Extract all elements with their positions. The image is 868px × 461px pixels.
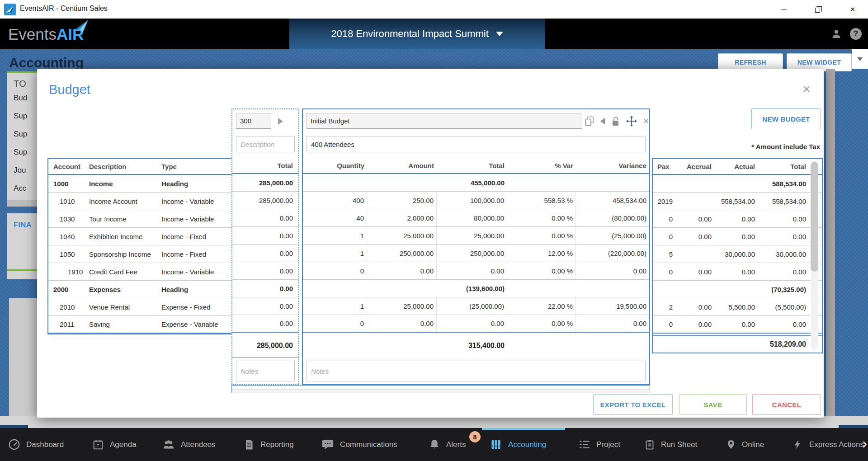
cell-mtotal[interactable]: (25,000.00): [437, 297, 507, 315]
cell-actual[interactable]: 5,500.00: [713, 298, 757, 315]
modal-close-button[interactable]: ✕: [802, 83, 811, 96]
cell-account[interactable]: 2000: [48, 281, 87, 298]
cell-accrual[interactable]: 0.00: [675, 298, 713, 315]
cell-var_pct[interactable]: 558.53 %: [507, 192, 576, 209]
cell-qty[interactable]: 1: [303, 297, 367, 315]
cell-actual[interactable]: [713, 281, 757, 298]
nav-item-project[interactable]: Project: [579, 428, 620, 461]
cell-var_pct[interactable]: 22.00 %: [507, 297, 576, 315]
nav-item-dashboard[interactable]: Dashboard: [8, 428, 64, 461]
cell-type[interactable]: Heading: [154, 175, 231, 192]
cell-variance[interactable]: (80,000.00): [576, 209, 649, 226]
cell-pax[interactable]: 2019: [653, 193, 675, 210]
cell-description[interactable]: Sponsorship Income: [87, 245, 154, 263]
cell-type[interactable]: Heading: [154, 281, 231, 298]
cell-description[interactable]: Expenses: [87, 281, 154, 298]
cell-type[interactable]: Expense - Variable: [154, 316, 231, 333]
page-vertical-scrollbar[interactable]: [826, 69, 835, 425]
new-budget-button[interactable]: NEW BUDGET: [751, 108, 821, 129]
back-arrow-icon[interactable]: [600, 118, 605, 125]
cell-total[interactable]: 0.00: [232, 297, 298, 315]
cell-var_pct[interactable]: [507, 174, 576, 191]
notes-input-main[interactable]: [307, 361, 646, 381]
cell-amount[interactable]: [367, 280, 437, 297]
description-input[interactable]: [236, 136, 295, 152]
cell-qty[interactable]: 0: [303, 262, 367, 279]
cell-actual[interactable]: 0.00: [713, 228, 757, 245]
cell-amount[interactable]: 250,000.00: [367, 245, 437, 262]
cell-mtotal[interactable]: 25,000.00: [437, 227, 507, 244]
help-icon[interactable]: ?: [850, 28, 862, 40]
cell-actual[interactable]: 30,000.00: [713, 245, 757, 263]
cell-actual[interactable]: 558,534.00: [713, 193, 757, 210]
new-widget-dropdown[interactable]: [852, 49, 868, 69]
cell-var_pct[interactable]: 0.00 %: [507, 262, 576, 279]
cell-total[interactable]: 0.00: [232, 315, 298, 332]
cell-accrual[interactable]: [675, 281, 713, 298]
cell-variance[interactable]: (25,000.00): [576, 227, 649, 244]
cell-amount[interactable]: 25,000.00: [367, 297, 437, 315]
cell-accrual[interactable]: 0.00: [675, 316, 713, 333]
window-close-button[interactable]: ✕: [840, 0, 866, 19]
cell-mtotal[interactable]: 250,000.00: [437, 245, 507, 262]
save-button[interactable]: SAVE: [679, 394, 747, 415]
cell-account[interactable]: 1910: [48, 263, 87, 280]
cell-variance[interactable]: 19,500.00: [576, 297, 649, 315]
budget-horizontal-scrollbar[interactable]: [231, 385, 650, 393]
cell-qty[interactable]: 1: [303, 227, 367, 244]
page-horizontal-scrollbar[interactable]: [0, 416, 868, 428]
cell-description[interactable]: Income Account: [87, 193, 154, 210]
cell-accrual[interactable]: [675, 193, 713, 210]
cell-accrual[interactable]: [675, 175, 713, 192]
cell-pax[interactable]: 5: [653, 245, 675, 263]
window-minimize-button[interactable]: [771, 0, 797, 19]
export-to-excel-button[interactable]: EXPORT TO EXCEL: [593, 394, 673, 415]
user-icon[interactable]: [831, 28, 842, 39]
nav-item-agenda[interactable]: 7 Agenda: [92, 428, 137, 461]
cell-qty[interactable]: 1: [303, 245, 367, 262]
cell-account[interactable]: 1010: [48, 193, 87, 210]
cell-description[interactable]: Credit Card Fee: [87, 263, 154, 280]
cell-total[interactable]: 285,000.00: [232, 192, 298, 209]
cell-pax[interactable]: 2: [653, 298, 675, 315]
cell-amount[interactable]: 250.00: [367, 192, 437, 209]
cell-pax[interactable]: 0: [653, 263, 675, 280]
cell-amount[interactable]: 0.00: [367, 315, 437, 332]
cell-var_pct[interactable]: 0.00 %: [507, 315, 576, 332]
cell-account[interactable]: 1050: [48, 245, 87, 263]
event-selector-dropdown[interactable]: 2018 Environmental Impact Summit: [289, 19, 545, 49]
cell-actual[interactable]: 0.00: [713, 263, 757, 280]
unlock-icon[interactable]: [611, 116, 620, 127]
cell-total[interactable]: 0.00: [232, 209, 298, 226]
nav-item-express-actions[interactable]: Express Actions: [793, 428, 864, 461]
cell-description[interactable]: Saving: [87, 316, 154, 333]
actuals-scrollbar[interactable]: [811, 161, 818, 350]
cell-account[interactable]: 1040: [48, 228, 87, 245]
cell-actual[interactable]: 0.00: [713, 210, 757, 227]
cell-var_pct[interactable]: [507, 280, 576, 297]
cell-var_pct[interactable]: 12.00 %: [507, 245, 576, 262]
cell-qty[interactable]: [303, 280, 367, 297]
clear-budget-icon[interactable]: ✕: [643, 117, 649, 126]
cell-mtotal[interactable]: 80,000.00: [437, 209, 507, 226]
cell-mtotal[interactable]: 0.00: [437, 315, 507, 332]
copy-icon[interactable]: [585, 116, 594, 127]
cell-pax[interactable]: 0: [653, 316, 675, 333]
cell-description[interactable]: Income: [87, 175, 154, 192]
cell-qty[interactable]: [303, 174, 367, 191]
cell-total[interactable]: 0.00: [232, 227, 298, 244]
cell-accrual[interactable]: [675, 245, 713, 263]
cell-pax[interactable]: 0: [653, 210, 675, 227]
cell-mtotal[interactable]: (139,600.00): [437, 280, 507, 297]
cell-account[interactable]: 2011: [48, 316, 87, 333]
budget-name-input[interactable]: [307, 113, 582, 129]
nav-more-chevron[interactable]: ›: [862, 434, 867, 452]
cell-variance[interactable]: 458,534.00: [576, 192, 649, 209]
cell-accrual[interactable]: 0.00: [675, 210, 713, 227]
expand-arrow-icon[interactable]: [278, 118, 283, 125]
cell-var_pct[interactable]: 0.00 %: [507, 227, 576, 244]
cell-pax[interactable]: [653, 175, 675, 192]
cell-type[interactable]: Income - Variable: [154, 263, 231, 280]
move-icon[interactable]: [626, 116, 637, 127]
nav-item-attendees[interactable]: Attendees: [162, 428, 216, 461]
